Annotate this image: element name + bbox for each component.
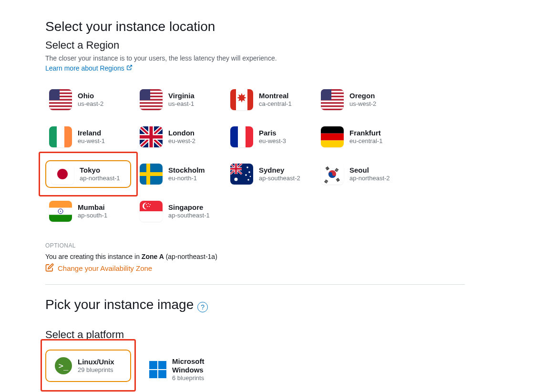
region-card-us-east-1[interactable]: Virginiaus-east-1 [136,86,222,113]
region-card-eu-west-2[interactable]: Londoneu-west-2 [136,123,222,151]
change-zone-text: Change your Availability Zone [58,264,152,272]
region-code: ap-southeast-1 [168,212,210,219]
svg-point-46 [246,166,248,168]
svg-rect-42 [140,172,163,176]
region-name: Stockholm [168,166,205,175]
learn-more-text: Learn more about Regions [45,64,124,72]
flag-icon [140,89,163,110]
flag-icon [321,126,344,147]
svg-rect-15 [140,107,163,108]
region-name: London [168,129,195,137]
flag-icon [49,89,72,110]
flag-icon [321,89,344,110]
svg-point-77 [147,206,148,207]
svg-point-39 [57,169,68,179]
svg-point-78 [149,206,150,207]
region-heading: Select a Region [45,39,465,52]
help-icon[interactable]: ? [197,302,208,312]
svg-rect-65 [49,201,72,208]
optional-label: OPTIONAL [45,242,465,249]
platform-card-linux[interactable]: >_Linux/Unix29 blueprints [45,350,131,382]
region-card-eu-west-1[interactable]: Irelandeu-west-1 [45,123,131,151]
svg-rect-13 [140,101,163,102]
region-card-ap-southeast-2[interactable]: Sydneyap-southeast-2 [226,160,312,188]
region-name: Frankfurt [349,129,382,137]
svg-rect-7 [49,107,72,108]
region-card-us-west-2[interactable]: Oregonus-west-2 [317,86,403,113]
windows-icon [149,361,166,378]
flag-icon [140,126,163,147]
region-card-ap-southeast-1[interactable]: Singaporeap-southeast-1 [136,197,222,225]
flag-icon [230,126,253,147]
svg-rect-37 [321,140,344,147]
learn-more-link[interactable]: Learn more about Regions [45,64,133,72]
svg-rect-35 [321,126,344,134]
divider [45,284,465,285]
svg-rect-33 [238,126,246,147]
region-card-eu-west-3[interactable]: Pariseu-west-3 [226,123,312,151]
change-zone-link[interactable]: Change your Availability Zone [45,263,152,273]
svg-rect-36 [321,134,344,141]
region-name: Ireland [78,129,105,137]
region-code: ap-northeast-2 [349,175,390,182]
region-card-ap-northeast-1[interactable]: Tokyoap-northeast-1 [45,160,131,188]
region-code: us-east-2 [78,100,103,108]
flag-icon [140,164,163,185]
region-name: Paris [259,129,286,137]
svg-rect-14 [140,104,163,105]
region-card-ca-central-1[interactable]: Montrealca-central-1 [226,86,312,113]
region-card-ap-northeast-2[interactable]: Seoulap-northeast-2 [317,160,403,188]
region-name: Oregon [349,92,376,100]
svg-rect-71 [140,211,163,222]
region-code: eu-north-1 [168,175,205,182]
svg-point-76 [146,204,147,205]
region-code: eu-west-1 [78,137,105,145]
svg-rect-6 [49,104,72,105]
svg-rect-30 [64,126,72,147]
external-link-icon [126,64,133,72]
svg-rect-25 [321,104,344,105]
region-code: eu-west-2 [168,137,195,145]
svg-point-47 [248,171,250,173]
region-card-eu-north-1[interactable]: Stockholmeu-north-1 [136,160,222,188]
svg-rect-8 [49,89,60,100]
edit-icon [45,263,54,273]
region-card-eu-central-1[interactable]: Frankfurteu-central-1 [317,123,403,151]
region-code: ap-northeast-1 [80,175,120,182]
svg-rect-5 [49,101,72,102]
platform-card-windows[interactable]: Microsoft Windows6 blueprints [140,350,226,390]
svg-rect-26 [321,107,344,108]
flag-icon [230,89,253,110]
flag-icon [51,164,74,185]
platform-sub: 6 blueprints [172,374,215,382]
svg-rect-19 [247,89,253,110]
region-name: Singapore [168,203,210,212]
flag-icon [140,201,163,222]
flag-icon [49,201,72,222]
svg-rect-34 [246,126,253,147]
svg-point-45 [235,178,238,181]
svg-point-49 [247,179,249,181]
svg-rect-24 [321,101,344,102]
terminal-icon: >_ [55,357,72,374]
svg-point-74 [148,203,149,204]
region-card-us-east-2[interactable]: Ohious-east-2 [45,86,131,113]
platform-name: Linux/Unix [78,358,114,366]
platform-sub: 29 blueprints [78,366,114,374]
region-code: eu-west-3 [259,137,286,145]
region-code: us-west-2 [349,100,376,108]
svg-rect-16 [140,89,150,100]
platform-row: >_Linux/Unix29 blueprintsMicrosoft Windo… [45,350,465,390]
svg-rect-18 [230,89,236,110]
region-name: Mumbai [78,203,107,212]
region-card-ap-south-1[interactable]: Mumbaiap-south-1 [45,197,131,225]
region-code: ca-central-1 [259,100,292,108]
region-name: Seoul [349,166,390,175]
region-name: Tokyo [80,166,120,175]
svg-rect-67 [49,215,72,222]
flag-icon [230,164,253,185]
region-code: ap-south-1 [78,212,107,219]
region-name: Ohio [78,92,103,100]
region-name: Virginia [168,92,195,100]
svg-point-69 [60,211,61,212]
